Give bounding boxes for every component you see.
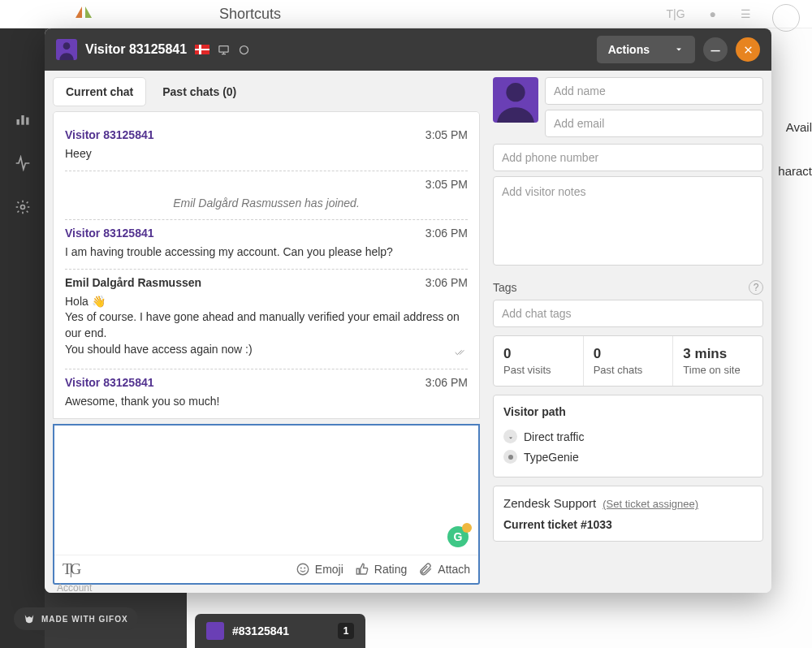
dot-icon bbox=[503, 450, 517, 464]
chat-modal: Visitor 83125841 Actions – Current chat … bbox=[45, 28, 771, 593]
message-line: Yes of course. I have gone ahead and man… bbox=[65, 309, 468, 341]
stat-value: 3 mins bbox=[683, 346, 753, 362]
topbar-icon-2: ☰ bbox=[741, 7, 751, 20]
chat-tabs: Current chat Past chats (0) bbox=[53, 77, 480, 106]
svg-rect-2 bbox=[26, 118, 28, 125]
rating-label: Rating bbox=[374, 563, 407, 576]
character-label: haract bbox=[778, 164, 812, 178]
path-label: Direct traffic bbox=[524, 430, 584, 443]
profile-row bbox=[493, 77, 763, 137]
user-avatar-top[interactable] bbox=[772, 4, 800, 32]
composer-wrap: T|G Emoji Rating Attach bbox=[53, 419, 480, 585]
svg-point-9 bbox=[304, 568, 305, 568]
stat-past-chats: 0 Past chats bbox=[584, 336, 674, 386]
message-body: I am having trouble accessing my account… bbox=[65, 244, 468, 261]
conversation-pane: Current chat Past chats (0) Visitor 8312… bbox=[45, 71, 488, 593]
transcript[interactable]: Visitor 83125841 3:05 PM Heey 3:05 PM Em… bbox=[53, 111, 480, 419]
stat-label: Past visits bbox=[503, 364, 573, 376]
stat-past-visits: 0 Past visits bbox=[494, 336, 584, 386]
path-item-typegenie[interactable]: TypeGenie bbox=[503, 447, 753, 467]
visitor-notes-input[interactable] bbox=[493, 176, 763, 266]
desktop-icon bbox=[218, 44, 230, 56]
help-icon[interactable]: ? bbox=[749, 280, 763, 295]
grammarly-icon[interactable]: G bbox=[447, 526, 469, 547]
chat-tab-label: #83125841 bbox=[232, 624, 289, 637]
svg-point-10 bbox=[506, 83, 525, 102]
actions-label: Actions bbox=[608, 43, 650, 56]
message-time: 3:06 PM bbox=[425, 276, 468, 289]
minimize-button[interactable]: – bbox=[703, 37, 728, 62]
read-receipt-icon bbox=[455, 345, 468, 361]
activity-icon[interactable] bbox=[13, 153, 32, 173]
stat-label: Past chats bbox=[594, 364, 663, 376]
message-sender: Visitor 83125841 bbox=[65, 128, 154, 141]
actions-button[interactable]: Actions bbox=[597, 36, 695, 63]
fox-icon bbox=[24, 613, 35, 624]
message-time: 3:05 PM bbox=[425, 128, 468, 141]
close-button[interactable] bbox=[736, 37, 760, 62]
message-body: Heey bbox=[65, 146, 468, 162]
paperclip-icon bbox=[418, 562, 433, 577]
chat-tab[interactable]: #83125841 1 bbox=[195, 614, 365, 648]
tg-logo-small: T|G bbox=[666, 7, 685, 20]
rating-button[interactable]: Rating bbox=[355, 562, 407, 577]
attach-button[interactable]: Attach bbox=[418, 562, 470, 577]
composer-toolbar: T|G Emoji Rating Attach bbox=[54, 555, 478, 583]
message-sender: Visitor 83125841 bbox=[65, 227, 154, 240]
denmark-flag-icon bbox=[195, 45, 209, 54]
svg-rect-0 bbox=[16, 119, 19, 125]
gifox-watermark: MADE WITH GIFOX bbox=[14, 607, 138, 630]
emoji-button[interactable]: Emoji bbox=[296, 562, 343, 577]
tags-section-label: Tags ? bbox=[493, 280, 763, 295]
stat-label: Time on site bbox=[683, 364, 753, 376]
visitor-path-card: Visitor path Direct traffic TypeGenie bbox=[493, 395, 763, 477]
message-system: 3:05 PM Emil Dalgård Rasmussen has joine… bbox=[65, 171, 468, 221]
arrow-down-icon bbox=[503, 430, 517, 443]
message-input[interactable] bbox=[54, 426, 478, 555]
tags-label: Tags bbox=[493, 281, 517, 294]
message-sender: Emil Dalgård Rasmussen bbox=[65, 276, 201, 289]
brand-logo bbox=[76, 6, 92, 18]
message-line: Hola 👋 bbox=[65, 294, 468, 310]
smile-icon bbox=[296, 562, 310, 577]
zendesk-card: Zendesk Support (Set ticket assignee) Cu… bbox=[493, 486, 763, 542]
gear-icon[interactable] bbox=[13, 197, 32, 217]
tab-current-chat[interactable]: Current chat bbox=[53, 77, 146, 106]
account-nav-label: Account bbox=[57, 582, 92, 594]
path-item-direct: Direct traffic bbox=[503, 426, 753, 447]
card-title: Visitor path bbox=[503, 405, 753, 418]
modal-header: Visitor 83125841 Actions – bbox=[45, 28, 771, 71]
svg-point-4 bbox=[63, 42, 71, 50]
message-body: Hola 👋 Yes of course. I have gone ahead … bbox=[65, 294, 468, 361]
tab-past-chats[interactable]: Past chats (0) bbox=[149, 77, 249, 106]
message-visitor: Visitor 83125841 3:06 PM Awesome, thank … bbox=[65, 369, 468, 418]
unread-badge: 1 bbox=[338, 623, 354, 639]
chat-tab-avatar-icon bbox=[206, 622, 224, 640]
message-body: Emil Dalgård Rasmussen has joined. bbox=[65, 196, 468, 212]
svg-point-6 bbox=[240, 45, 248, 54]
svg-rect-1 bbox=[21, 115, 24, 125]
attach-label: Attach bbox=[438, 563, 470, 576]
close-icon bbox=[743, 45, 754, 55]
set-assignee-link[interactable]: (Set ticket assignee) bbox=[603, 498, 698, 510]
left-rail bbox=[0, 28, 45, 648]
name-input[interactable] bbox=[545, 77, 763, 105]
tags-input[interactable] bbox=[493, 300, 763, 327]
svg-point-3 bbox=[20, 205, 24, 210]
visitor-avatar-large bbox=[493, 77, 538, 123]
chevron-down-icon bbox=[674, 45, 684, 54]
visitor-avatar-icon bbox=[56, 39, 77, 60]
gifox-text: MADE WITH GIFOX bbox=[41, 615, 128, 624]
availability-label: Avail bbox=[786, 120, 812, 134]
message-visitor: Visitor 83125841 3:05 PM Heey bbox=[65, 122, 468, 171]
thumbs-up-icon bbox=[355, 562, 369, 577]
typegenie-logo[interactable]: T|G bbox=[63, 560, 79, 578]
message-composer: T|G Emoji Rating Attach bbox=[53, 424, 480, 585]
emoji-label: Emoji bbox=[315, 563, 343, 576]
visitor-title: Visitor 83125841 bbox=[85, 42, 187, 57]
stat-time-on-site: 3 mins Time on site bbox=[673, 336, 762, 386]
visitor-info-pane: Tags ? 0 Past visits 0 Past chats 3 mins… bbox=[488, 71, 771, 593]
email-input[interactable] bbox=[545, 110, 763, 137]
phone-input[interactable] bbox=[493, 144, 763, 171]
bar-chart-icon[interactable] bbox=[13, 110, 32, 129]
